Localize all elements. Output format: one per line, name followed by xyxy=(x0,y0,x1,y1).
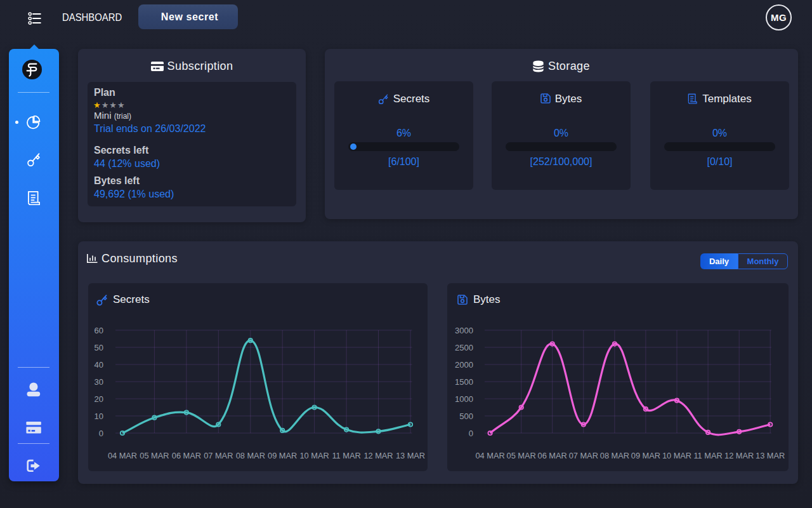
svg-text:0: 0 xyxy=(469,429,473,438)
svg-text:05 MAR: 05 MAR xyxy=(507,451,536,460)
svg-text:07 MAR: 07 MAR xyxy=(204,451,233,460)
svg-text:20: 20 xyxy=(95,394,103,404)
svg-text:Bytes: Bytes xyxy=(473,293,501,305)
svg-text:500: 500 xyxy=(459,411,473,421)
svg-text:13 MAR: 13 MAR xyxy=(396,451,425,460)
svg-text:04 MAR: 04 MAR xyxy=(108,451,137,460)
svg-text:40: 40 xyxy=(95,360,103,370)
svg-text:Secrets: Secrets xyxy=(113,293,150,305)
svg-text:1500: 1500 xyxy=(455,377,473,387)
svg-text:3000: 3000 xyxy=(455,326,473,335)
svg-text:0: 0 xyxy=(99,429,103,438)
svg-text:30: 30 xyxy=(95,377,103,387)
svg-text:10 MAR: 10 MAR xyxy=(662,451,691,460)
svg-text:08 MAR: 08 MAR xyxy=(600,451,629,460)
svg-text:08 MAR: 08 MAR xyxy=(236,451,265,460)
svg-text:2500: 2500 xyxy=(455,343,473,352)
svg-text:11 MAR: 11 MAR xyxy=(693,451,722,460)
svg-text:10: 10 xyxy=(95,411,103,421)
svg-text:2000: 2000 xyxy=(455,360,473,370)
svg-text:13 MAR: 13 MAR xyxy=(756,451,785,460)
svg-text:04 MAR: 04 MAR xyxy=(475,451,504,460)
svg-text:1000: 1000 xyxy=(455,394,473,404)
svg-text:06 MAR: 06 MAR xyxy=(172,451,201,460)
svg-text:09 MAR: 09 MAR xyxy=(268,451,297,460)
svg-text:12 MAR: 12 MAR xyxy=(363,451,393,460)
svg-text:06 MAR: 06 MAR xyxy=(538,451,567,460)
svg-text:11 MAR: 11 MAR xyxy=(332,451,360,460)
svg-text:12 MAR: 12 MAR xyxy=(724,451,754,460)
svg-text:10 MAR: 10 MAR xyxy=(299,451,329,460)
svg-text:50: 50 xyxy=(95,343,103,352)
svg-text:05 MAR: 05 MAR xyxy=(140,451,169,460)
svg-text:09 MAR: 09 MAR xyxy=(631,451,660,460)
svg-text:07 MAR: 07 MAR xyxy=(569,451,598,460)
svg-text:60: 60 xyxy=(95,326,103,335)
